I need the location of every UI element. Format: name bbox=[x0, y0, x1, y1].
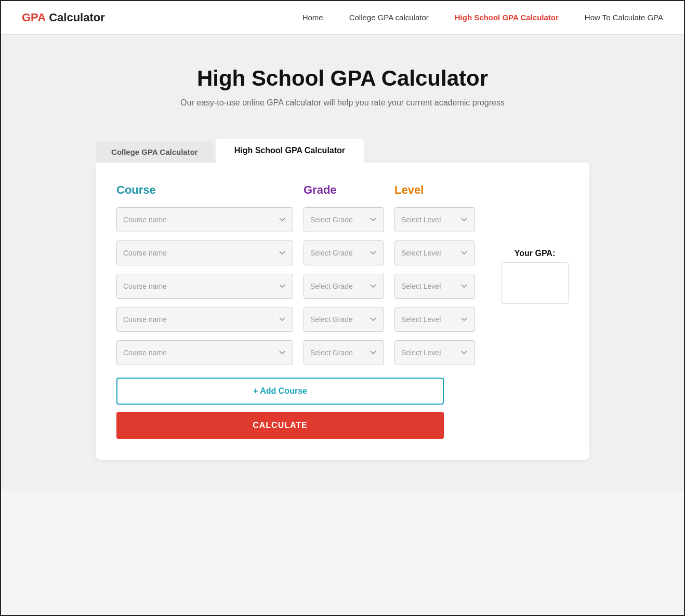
col-grade-header: Grade bbox=[304, 183, 384, 197]
nav-item-howto[interactable]: How To Calculate GPA bbox=[585, 13, 663, 22]
course-select-2[interactable]: Course name bbox=[116, 240, 293, 265]
gpa-label: Your GPA: bbox=[515, 249, 556, 258]
level-select-3[interactable]: Select Level RegularHonorsAP/IB bbox=[394, 274, 475, 299]
buttons-area: + Add Course CALCULATE bbox=[116, 378, 569, 439]
course-select-3[interactable]: Course name bbox=[116, 274, 293, 299]
calculate-button[interactable]: CALCULATE bbox=[116, 412, 444, 439]
nav-links: Home College GPA calculator High School … bbox=[302, 13, 663, 22]
tab-highschool[interactable]: High School GPA Calculator bbox=[216, 139, 364, 163]
grade-select-4[interactable]: Select Grade A+AA- B+BB- C+CC- DF bbox=[304, 307, 384, 332]
nav-link-howto[interactable]: How To Calculate GPA bbox=[585, 13, 663, 22]
tabs-row: College GPA Calculator High School GPA C… bbox=[96, 139, 589, 163]
grade-select-3[interactable]: Select Grade A+AA- B+BB- C+CC- DF bbox=[304, 274, 384, 299]
rows-and-gpa: Course name Select Grade A+AA- B+BB- C+C… bbox=[116, 207, 569, 365]
course-select-4[interactable]: Course name bbox=[116, 307, 293, 332]
gpa-value-box bbox=[501, 262, 569, 304]
logo-calc: Calculator bbox=[46, 11, 105, 24]
level-select-2[interactable]: Select Level RegularHonorsAP/IB bbox=[394, 240, 475, 265]
hero-title: High School GPA Calculator bbox=[11, 66, 674, 91]
course-select-5[interactable]: Course name bbox=[116, 340, 293, 365]
nav-item-highschool[interactable]: High School GPA Calculator bbox=[455, 13, 559, 22]
nav-link-highschool[interactable]: High School GPA Calculator bbox=[455, 13, 559, 22]
course-select-1[interactable]: Course name bbox=[116, 207, 293, 232]
table-row: Course name Select Grade A+AA- B+BB- C+C… bbox=[116, 274, 485, 299]
level-select-1[interactable]: Select Level RegularHonorsAP/IB bbox=[394, 207, 475, 232]
calculator-container: College GPA Calculator High School GPA C… bbox=[96, 139, 589, 460]
hero-section: High School GPA Calculator Our easy-to-u… bbox=[1, 35, 684, 123]
calculator-card: Course Grade Level Course name Select bbox=[96, 163, 589, 460]
hero-subtitle: Our easy-to-use online GPA calculator wi… bbox=[11, 98, 674, 108]
table-row: Course name Select Grade A+AA- B+BB- C+C… bbox=[116, 307, 485, 332]
nav-link-home[interactable]: Home bbox=[302, 13, 323, 22]
grade-select-1[interactable]: Select Grade A+AA- B+BB- C+CC- DF bbox=[304, 207, 384, 232]
course-rows: Course name Select Grade A+AA- B+BB- C+C… bbox=[116, 207, 485, 365]
level-select-5[interactable]: Select Level RegularHonorsAP/IB bbox=[394, 340, 475, 365]
navbar: GPA Calculator Home College GPA calculat… bbox=[1, 1, 684, 35]
grade-select-2[interactable]: Select Grade A+AA- B+BB- C+CC- DF bbox=[304, 240, 384, 265]
tab-college[interactable]: College GPA Calculator bbox=[96, 141, 214, 163]
grade-select-5[interactable]: Select Grade A+AA- B+BB- C+CC- DF bbox=[304, 340, 384, 365]
nav-item-college[interactable]: College GPA calculator bbox=[349, 13, 429, 22]
logo-gpa: GPA bbox=[22, 11, 46, 24]
nav-item-home[interactable]: Home bbox=[302, 13, 323, 22]
col-level-header: Level bbox=[394, 183, 475, 197]
table-row: Course name Select Grade A+AA- B+BB- C+C… bbox=[116, 240, 485, 265]
table-row: Course name Select Grade A+AA- B+BB- C+C… bbox=[116, 207, 485, 232]
add-course-button[interactable]: + Add Course bbox=[116, 378, 444, 405]
table-row: Course name Select Grade A+AA- B+BB- C+C… bbox=[116, 340, 485, 365]
col-course-header: Course bbox=[116, 183, 293, 197]
calculator-section: College GPA Calculator High School GPA C… bbox=[1, 123, 684, 491]
gpa-column: Your GPA: bbox=[501, 207, 569, 304]
logo: GPA Calculator bbox=[22, 11, 105, 24]
level-select-4[interactable]: Select Level RegularHonorsAP/IB bbox=[394, 307, 475, 332]
column-headers: Course Grade Level bbox=[116, 183, 569, 197]
nav-link-college[interactable]: College GPA calculator bbox=[349, 13, 429, 22]
